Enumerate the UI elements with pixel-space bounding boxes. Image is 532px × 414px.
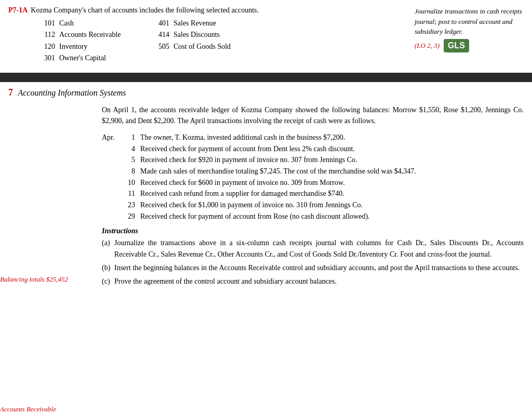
instruction-c: (c) Prove the agreement of the control a… [102,276,524,287]
trans-day: 11 [121,188,135,199]
instruction-label-c: (c) [102,276,114,287]
account-item: 120 Inventory [39,41,154,52]
problem-description: Kozma Company's chart of accounts includ… [31,6,259,15]
transaction-row-8: 29 Received check for payment of account… [102,211,524,222]
trans-text: Received check for payment of account fr… [135,143,524,155]
trans-day: 29 [121,211,135,222]
intro-paragraph: On April 1, the accounts receivable ledg… [102,104,524,127]
transaction-row-6: 11 Received cash refund from a supplier … [102,188,524,199]
margin-ar-label: Accounts Receivable [0,405,56,414]
account-name: Accounts Receivable [59,29,121,41]
chapter-header: 7 Accounting Information Systems [0,82,532,98]
trans-text: Received check for $600 in payment of in… [135,177,524,189]
account-name: Sales Discounts [174,29,220,41]
trans-text: Received check for $920 in payment of in… [135,154,524,166]
account-name: Inventory [59,41,87,52]
margin-notes: Balancing totals $25,452 [0,275,91,284]
account-item: 505 Cost of Goods Sold [154,41,268,52]
account-name: Cost of Goods Sold [174,41,231,52]
instruction-label-a: (a) [102,237,114,249]
accounts-grid: 101 Cash 112 Accounts Receivable 120 Inv… [39,18,409,64]
transaction-row-7: 23 Received check for $1,000 in payment … [102,199,524,211]
account-num: 401 [154,18,169,29]
trans-text: Received check for payment of account fr… [135,211,524,222]
trans-day: 8 [121,166,135,177]
account-item: 112 Accounts Receivable [39,29,154,41]
account-name: Owner's Capital [59,52,106,64]
instruction-label-b: (b) [102,262,114,274]
trans-month: Apr. [102,132,121,143]
sidebar-text: Journalize transactions in cash receipts… [415,6,524,37]
trans-day: 23 [121,199,135,211]
account-item: 401 Sales Revenue [154,18,268,29]
transaction-row-5: 10 Received check for $600 in payment of… [102,177,524,189]
instruction-a: (a) Journalize the transactions above in… [102,237,524,260]
trans-text: The owner, T. Kozma, invested additional… [135,132,524,143]
instruction-b: (b) Insert the beginning balances in the… [102,262,524,274]
transaction-row-3: 5 Received check for $920 in payment of … [102,154,524,166]
account-item: 301 Owner's Capital [39,52,154,64]
trans-day: 5 [121,154,135,166]
trans-day: 10 [121,177,135,189]
transactions-list: Apr. 1 The owner, T. Kozma, invested add… [102,132,524,222]
trans-day: 1 [121,132,135,143]
instructions-section: Instructions (a) Journalize the transact… [102,227,524,287]
account-num: 101 [39,18,55,29]
account-item: 414 Sales Discounts [154,29,268,41]
account-num: 505 [154,41,169,52]
instructions-title: Instructions [102,227,524,235]
lo-text: (LO 2, 3) [415,42,440,50]
instruction-text-a: Journalize the transactions above in a s… [114,237,524,260]
margin-balancing: Balancing totals $25,452 [0,275,91,284]
section-divider [0,73,532,82]
instruction-text-b: Insert the beginning balances in the Acc… [114,262,524,274]
account-name: Cash [59,18,74,29]
chapter-title: Accounting Information Systems [18,88,126,97]
gls-badge: GLS [444,39,469,52]
account-name: Sales Revenue [174,18,216,29]
sidebar-info: Journalize transactions in cash receipts… [409,6,524,52]
trans-text: Made cash sales of merchandise totaling … [135,166,524,177]
margin-ar: Accounts Receivable 1,930 [0,405,56,414]
account-num: 414 [154,29,169,41]
transaction-row-4: 8 Made cash sales of merchandise totalin… [102,166,524,177]
lo-badge: (LO 2, 3) GLS [415,39,469,52]
transaction-row-1: Apr. 1 The owner, T. Kozma, invested add… [102,132,524,143]
trans-day: 4 [121,143,135,155]
chapter-number: 7 [8,87,13,98]
trans-text: Received cash refund from a supplier for… [135,188,524,199]
instruction-text-c: Prove the agreement of the control accou… [114,276,524,287]
account-num: 301 [39,52,55,64]
account-item: 101 Cash [39,18,154,29]
problem-id: P7-1A [8,6,28,15]
transaction-row-2: 4 Received check for payment of account … [102,143,524,155]
trans-text: Received check for $1,000 in payment of … [135,199,524,211]
account-num: 112 [39,29,55,41]
account-num: 120 [39,41,55,52]
